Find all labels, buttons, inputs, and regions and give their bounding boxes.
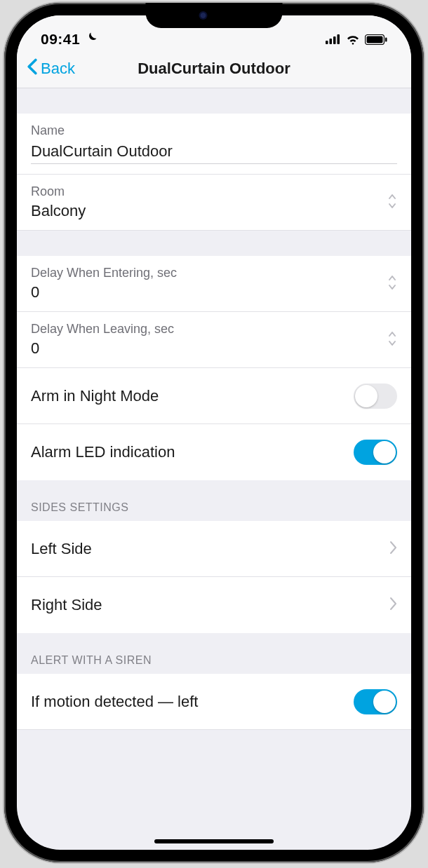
room-value: Balcony (31, 202, 387, 220)
svg-rect-5 (367, 36, 383, 43)
motion-left-label: If motion detected — left (31, 693, 198, 711)
motion-left-cell: If motion detected — left (17, 674, 411, 730)
name-input[interactable]: DualCurtain Outdoor (31, 142, 397, 164)
right-side-label: Right Side (31, 596, 102, 614)
svg-rect-0 (326, 41, 328, 44)
stepper-icon (387, 330, 397, 351)
name-cell[interactable]: Name DualCurtain Outdoor (17, 114, 411, 175)
delay-leaving-label: Delay When Leaving, sec (31, 322, 387, 337)
navigation-bar: Back DualCurtain Outdoor (17, 49, 411, 88)
page-title: DualCurtain Outdoor (17, 60, 411, 78)
moon-icon (84, 31, 98, 48)
back-button[interactable]: Back (17, 58, 75, 79)
svg-rect-2 (333, 36, 336, 44)
content-scroll[interactable]: Name DualCurtain Outdoor Room Balcony (17, 88, 411, 850)
arm-night-toggle[interactable] (354, 384, 397, 409)
battery-icon (365, 34, 387, 48)
stepper-icon (387, 273, 397, 294)
screen: 09:41 (17, 15, 411, 850)
svg-rect-6 (385, 37, 387, 41)
alarm-led-label: Alarm LED indication (31, 443, 175, 461)
cellular-icon (326, 34, 341, 47)
delay-entering-label: Delay When Entering, sec (31, 266, 387, 280)
back-label: Back (41, 60, 75, 78)
svg-rect-1 (330, 39, 333, 44)
left-side-cell[interactable]: Left Side (17, 521, 411, 577)
delay-leaving-value: 0 (31, 339, 387, 358)
right-side-cell[interactable]: Right Side (17, 577, 411, 633)
chevron-left-icon (27, 58, 38, 79)
name-label: Name (31, 123, 397, 138)
svg-rect-3 (337, 34, 340, 44)
delay-entering-cell[interactable]: Delay When Entering, sec 0 (17, 256, 411, 312)
chevron-right-icon (389, 597, 397, 613)
alarm-led-toggle[interactable] (354, 440, 397, 465)
notch (146, 3, 283, 28)
stepper-icon (387, 192, 397, 213)
status-time: 09:41 (41, 31, 80, 48)
home-indicator[interactable] (154, 839, 274, 843)
left-side-label: Left Side (31, 540, 92, 558)
motion-left-toggle[interactable] (354, 689, 397, 714)
sides-settings-header: SIDES SETTINGS (17, 480, 411, 521)
delay-entering-value: 0 (31, 283, 387, 301)
chevron-right-icon (389, 541, 397, 557)
alarm-led-cell: Alarm LED indication (17, 424, 411, 480)
wifi-icon (345, 34, 361, 48)
room-label: Room (31, 184, 387, 199)
room-cell[interactable]: Room Balcony (17, 175, 411, 231)
arm-night-label: Arm in Night Mode (31, 387, 159, 405)
siren-header: ALERT WITH A SIREN (17, 633, 411, 674)
arm-night-cell: Arm in Night Mode (17, 368, 411, 424)
delay-leaving-cell[interactable]: Delay When Leaving, sec 0 (17, 312, 411, 368)
phone-frame: 09:41 (4, 3, 424, 862)
